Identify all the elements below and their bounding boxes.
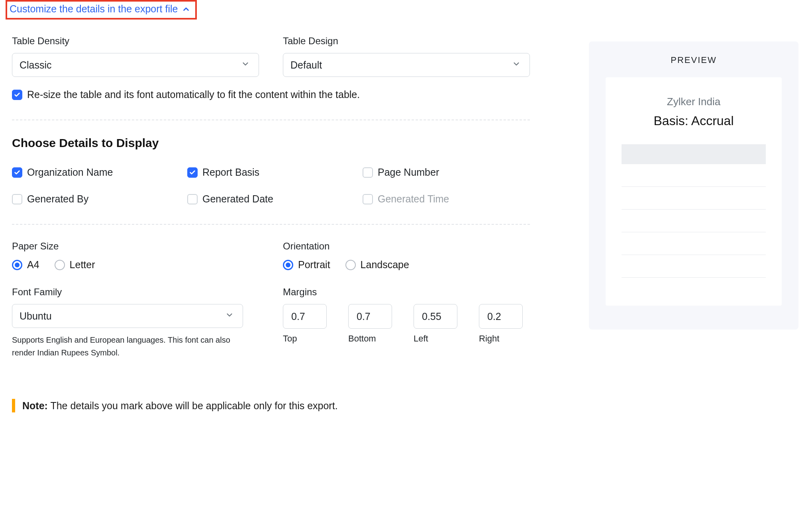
chevron-down-icon — [241, 59, 250, 71]
table-density-label: Table Density — [12, 35, 259, 47]
detail-checkbox[interactable] — [12, 167, 22, 178]
orientation-radio[interactable]: Landscape — [345, 259, 409, 271]
paper-size-radio-label: A4 — [27, 259, 39, 271]
detail-label: Generated By — [27, 193, 88, 205]
detail-item: Organization Name — [12, 167, 187, 178]
radio-icon — [345, 260, 356, 270]
preview-panel: PREVIEW Zylker India Basis: Accrual — [589, 41, 798, 330]
radio-icon — [12, 260, 22, 270]
orientation-radio-label: Landscape — [361, 259, 409, 271]
margin-top-input[interactable] — [283, 304, 327, 329]
detail-label: Generated Time — [378, 193, 449, 205]
font-family-select[interactable]: Ubuntu — [12, 304, 243, 328]
detail-item: Page Number — [363, 167, 522, 178]
detail-checkbox[interactable] — [187, 194, 198, 204]
paper-size-radio[interactable]: A4 — [12, 259, 39, 271]
paper-size-radio-label: Letter — [70, 259, 95, 271]
resize-checkbox[interactable] — [12, 90, 22, 100]
customize-export-toggle-label: Customize the details in the export file — [10, 3, 178, 15]
preview-table-row — [622, 209, 766, 210]
chevron-down-icon — [512, 59, 521, 71]
detail-checkbox[interactable] — [363, 167, 373, 178]
detail-label: Report Basis — [202, 167, 259, 178]
radio-icon — [283, 260, 293, 270]
margin-left-label: Left — [414, 334, 457, 344]
preview-title: PREVIEW — [606, 55, 782, 65]
detail-item: Generated Time — [363, 193, 522, 205]
detail-checkbox[interactable] — [187, 167, 198, 178]
detail-label: Organization Name — [27, 167, 113, 178]
preview-page: Zylker India Basis: Accrual — [606, 77, 782, 306]
font-family-help: Supports English and European languages.… — [12, 334, 239, 359]
margins-label: Margins — [283, 286, 530, 298]
orientation-radio-label: Portrait — [298, 259, 330, 271]
font-family-label: Font Family — [12, 286, 259, 298]
preview-company: Zylker India — [622, 96, 766, 108]
table-design-value: Default — [290, 59, 322, 71]
font-family-value: Ubuntu — [20, 310, 52, 322]
chevron-down-icon — [225, 310, 234, 322]
detail-checkbox[interactable] — [12, 194, 22, 204]
margin-bottom-input[interactable] — [348, 304, 392, 329]
detail-label: Page Number — [378, 167, 439, 178]
note-accent-bar — [12, 399, 15, 412]
customize-export-toggle[interactable]: Customize the details in the export file — [6, 0, 197, 20]
chevron-up-icon — [182, 5, 190, 14]
table-design-label: Table Design — [283, 35, 530, 47]
detail-item: Report Basis — [187, 167, 363, 178]
margin-right-input[interactable] — [479, 304, 523, 329]
orientation-radio[interactable]: Portrait — [283, 259, 330, 271]
margin-top-label: Top — [283, 334, 327, 344]
details-section-title: Choose Details to Display — [12, 136, 530, 150]
note-text: Note: The details you mark above will be… — [22, 400, 338, 412]
preview-table-row — [622, 255, 766, 255]
radio-icon — [55, 260, 65, 270]
detail-item: Generated By — [12, 193, 187, 205]
preview-basis: Basis: Accrual — [622, 114, 766, 128]
preview-table-row — [622, 277, 766, 278]
divider — [12, 120, 530, 120]
table-design-select[interactable]: Default — [283, 53, 530, 77]
margin-bottom-label: Bottom — [348, 334, 392, 344]
resize-checkbox-label: Re-size the table and its font automatic… — [27, 89, 360, 100]
table-density-select[interactable]: Classic — [12, 53, 259, 77]
paper-size-label: Paper Size — [12, 241, 259, 252]
margin-right-label: Right — [479, 334, 523, 344]
table-density-value: Classic — [20, 59, 52, 71]
detail-checkbox — [363, 194, 373, 204]
preview-table-row — [622, 186, 766, 187]
paper-size-radio[interactable]: Letter — [55, 259, 95, 271]
margin-left-input[interactable] — [414, 304, 457, 329]
preview-table-row — [622, 232, 766, 232]
orientation-label: Orientation — [283, 241, 530, 252]
detail-label: Generated Date — [202, 193, 273, 205]
preview-table-header — [622, 144, 766, 164]
divider — [12, 224, 530, 225]
detail-item: Generated Date — [187, 193, 363, 205]
